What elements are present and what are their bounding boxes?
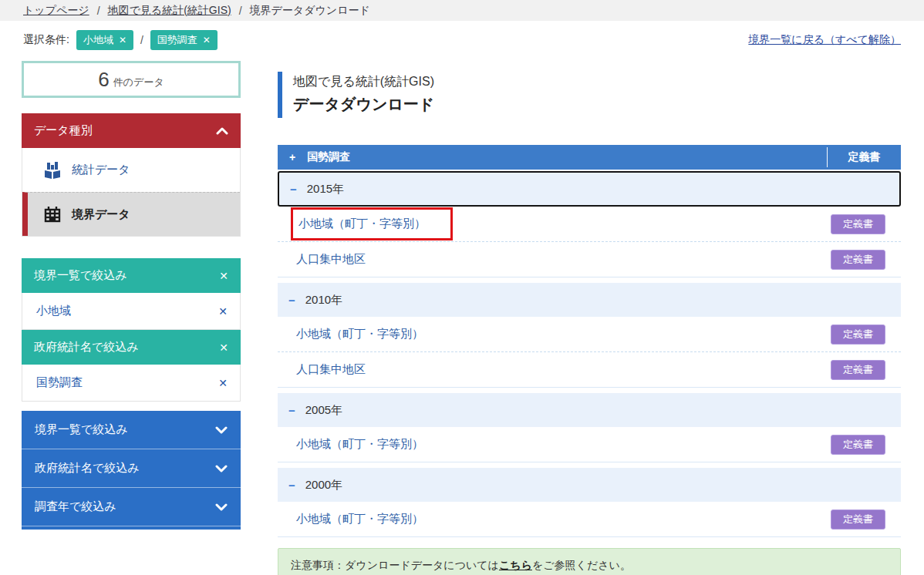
dataset-link-small-area-2010[interactable]: 小地域（町丁・字等別） bbox=[296, 327, 423, 341]
download-table: + 国勢調査 定義書 − 2015年 小地域（町丁・字等別） 定義書 人口集中地… bbox=[278, 145, 901, 537]
chip-small-area[interactable]: 小地域 ✕ bbox=[76, 30, 133, 50]
table-row: 小地域（町丁・字等別） 定義書 bbox=[278, 502, 901, 537]
sidebar: 6 件のデータ データ種別 統計データ bbox=[22, 61, 241, 530]
data-type-header-label: データ種別 bbox=[34, 123, 93, 138]
sidebar-item-statistics-data[interactable]: 統計データ bbox=[22, 148, 240, 192]
breadcrumb-link-gis[interactable]: 地図で見る統計(統計GIS) bbox=[108, 4, 231, 18]
active-filter-small-area[interactable]: 小地域 ✕ bbox=[22, 293, 241, 330]
table-header-label: 国勢調査 bbox=[307, 150, 350, 164]
sidebar-item-label: 統計データ bbox=[72, 163, 130, 177]
plus-icon[interactable]: + bbox=[289, 151, 295, 163]
notice-box: 注意事項：ダウンロードデータについてはこちらをご参照ください。 bbox=[278, 548, 901, 575]
table-row: 小地域（町丁・字等別） 定義書 bbox=[278, 427, 901, 462]
collapsed-filter-label: 調査年で絞込み bbox=[35, 499, 116, 514]
result-count-number: 6 bbox=[98, 68, 109, 92]
table-header-census[interactable]: + 国勢調査 bbox=[278, 145, 827, 170]
gov-stats-filter-section-header[interactable]: 政府統計名で絞込み ✕ bbox=[22, 330, 241, 365]
table-row: 人口集中地区 定義書 bbox=[278, 352, 901, 388]
breadcrumb-separator: / bbox=[97, 5, 100, 17]
close-icon[interactable]: ✕ bbox=[218, 305, 228, 318]
definition-column-label: 定義書 bbox=[848, 150, 881, 164]
definition-button[interactable]: 定義書 bbox=[831, 250, 885, 270]
back-to-boundary-list-link[interactable]: 境界一覧に戻る（すべて解除） bbox=[748, 33, 901, 47]
year-row-2005[interactable]: − 2005年 bbox=[278, 393, 901, 427]
year-row-2010[interactable]: − 2010年 bbox=[278, 283, 901, 317]
definition-button[interactable]: 定義書 bbox=[831, 509, 885, 530]
table-row: 小地域（町丁・字等別） 定義書 bbox=[278, 317, 901, 352]
dataset-link-small-area-2000[interactable]: 小地域（町丁・字等別） bbox=[296, 512, 423, 526]
sidebar-item-label: 境界データ bbox=[72, 207, 130, 222]
chip-label: 小地域 bbox=[83, 33, 113, 47]
page-title: 地図で見る統計(統計GIS) データダウンロード bbox=[278, 72, 901, 118]
year-label: 2000年 bbox=[305, 478, 342, 493]
minus-icon[interactable]: − bbox=[288, 404, 295, 417]
chip-census[interactable]: 国勢調査 ✕ bbox=[150, 30, 218, 50]
table-header-row: + 国勢調査 定義書 bbox=[278, 145, 901, 170]
close-icon[interactable]: ✕ bbox=[218, 377, 228, 389]
table-header-definition-column: 定義書 bbox=[827, 147, 901, 167]
collapsed-filter-gov-stats[interactable]: 政府統計名で絞込み bbox=[22, 449, 241, 488]
dataset-link-small-area-2005[interactable]: 小地域（町丁・字等別） bbox=[296, 437, 423, 452]
filter-header-label: 政府統計名で絞込み bbox=[34, 340, 139, 355]
filter-header-label: 境界一覧で絞込み bbox=[34, 268, 127, 283]
boundary-grid-icon bbox=[43, 205, 62, 224]
dataset-link-small-area-2015[interactable]: 小地域（町丁・字等別） bbox=[298, 217, 426, 230]
result-count-suffix: 件のデータ bbox=[113, 69, 164, 89]
active-filter-census[interactable]: 国勢調査 ✕ bbox=[22, 365, 241, 402]
definition-button[interactable]: 定義書 bbox=[831, 324, 885, 345]
minus-icon[interactable]: − bbox=[290, 183, 297, 196]
selection-condition-label: 選択条件: bbox=[23, 33, 69, 47]
data-type-section-header[interactable]: データ種別 bbox=[22, 113, 241, 148]
chevron-down-icon bbox=[215, 465, 228, 472]
collapsed-filter-label: 政府統計名で絞込み bbox=[35, 461, 140, 476]
dataset-link-did-2010[interactable]: 人口集中地区 bbox=[296, 362, 366, 377]
collapsed-filter-boundary-list[interactable]: 境界一覧で絞込み bbox=[22, 411, 241, 449]
breadcrumb-link-home[interactable]: トップページ bbox=[23, 4, 89, 18]
stats-data-icon bbox=[43, 161, 62, 180]
definition-button[interactable]: 定義書 bbox=[831, 214, 885, 234]
page-title-large: データダウンロード bbox=[293, 94, 901, 115]
year-label: 2005年 bbox=[305, 403, 342, 418]
breadcrumb: トップページ / 地図で見る統計(統計GIS) / 境界データダウンロード bbox=[0, 0, 924, 21]
close-icon[interactable]: ✕ bbox=[219, 341, 228, 354]
notice-suffix: をご参照ください。 bbox=[532, 559, 631, 571]
definition-button[interactable]: 定義書 bbox=[831, 360, 885, 380]
collapsed-filters-block: 境界一覧で絞込み 政府統計名で絞込み 調査年で絞込み bbox=[22, 411, 241, 530]
sidebar-item-boundary-data[interactable]: 境界データ bbox=[22, 192, 240, 236]
year-row-2015[interactable]: − 2015年 bbox=[278, 171, 901, 207]
main-content: 地図で見る統計(統計GIS) データダウンロード + 国勢調査 定義書 − 20… bbox=[278, 61, 901, 575]
chip-label: 国勢調査 bbox=[157, 33, 197, 47]
breadcrumb-separator: / bbox=[239, 5, 242, 17]
active-filter-label: 小地域 bbox=[36, 304, 71, 318]
year-label: 2010年 bbox=[305, 293, 342, 308]
definition-button[interactable]: 定義書 bbox=[831, 435, 885, 455]
boundary-filter-section-header[interactable]: 境界一覧で絞込み ✕ bbox=[22, 258, 241, 293]
collapsed-filter-label: 境界一覧で絞込み bbox=[35, 422, 128, 437]
close-icon[interactable]: ✕ bbox=[219, 270, 228, 282]
chip-separator: / bbox=[140, 34, 143, 46]
table-row: 人口集中地区 定義書 bbox=[278, 242, 901, 277]
year-row-2000[interactable]: − 2000年 bbox=[278, 468, 901, 502]
highlight-annotation-box: 小地域（町丁・字等別） bbox=[291, 207, 453, 240]
dataset-link-did-2015[interactable]: 人口集中地区 bbox=[296, 252, 366, 267]
table-row: 小地域（町丁・字等別） 定義書 bbox=[278, 207, 901, 242]
page-title-small: 地図で見る統計(統計GIS) bbox=[293, 74, 901, 90]
notice-here-link[interactable]: こちら bbox=[499, 559, 532, 571]
close-icon[interactable]: ✕ bbox=[203, 35, 211, 45]
result-count-box: 6 件のデータ bbox=[22, 61, 241, 98]
minus-icon[interactable]: − bbox=[288, 479, 295, 492]
chevron-down-icon bbox=[215, 426, 228, 434]
year-label: 2015年 bbox=[307, 182, 344, 197]
minus-icon[interactable]: − bbox=[288, 294, 295, 307]
collapsed-filter-survey-year[interactable]: 調査年で絞込み bbox=[22, 488, 241, 526]
active-filter-label: 国勢調査 bbox=[36, 375, 83, 390]
notice-prefix: 注意事項：ダウンロードデータについては bbox=[291, 559, 499, 571]
chevron-down-icon bbox=[215, 503, 228, 511]
close-icon[interactable]: ✕ bbox=[119, 35, 126, 45]
breadcrumb-current-page: 境界データダウンロード bbox=[250, 4, 370, 18]
chevron-up-icon bbox=[216, 127, 228, 135]
selection-condition-bar: 選択条件: 小地域 ✕ / 国勢調査 ✕ 境界一覧に戻る（すべて解除） bbox=[0, 21, 924, 61]
